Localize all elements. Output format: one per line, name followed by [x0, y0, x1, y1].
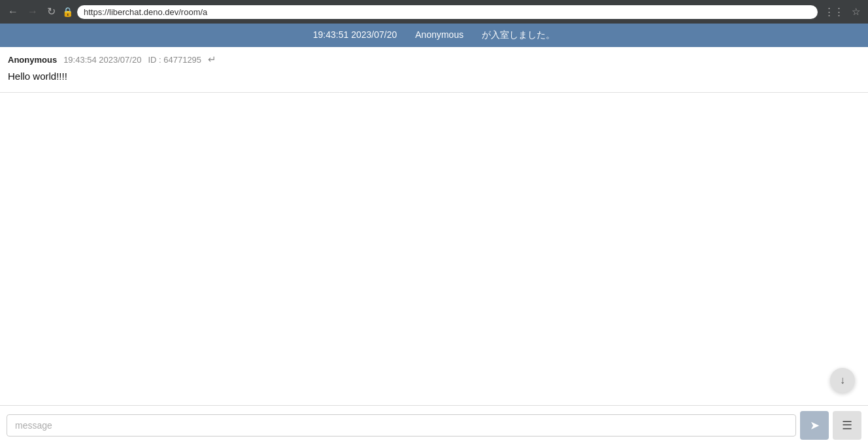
message-timestamp: 19:43:54 2023/07/20: [63, 55, 141, 65]
star-icon[interactable]: ☆: [849, 5, 863, 19]
chat-area: Anonymous 19:43:54 2023/07/20 ID : 64771…: [0, 47, 868, 405]
message-content: Hello world!!!!: [8, 69, 860, 84]
reload-button[interactable]: ↻: [44, 5, 58, 18]
security-icon: 🔒: [62, 7, 73, 17]
scroll-down-icon: ↓: [840, 374, 845, 386]
menu-icon: ☰: [842, 418, 852, 433]
notification-text: 19:43:51 2023/07/20 Anonymous が入室しました。: [313, 29, 555, 41]
grid-icon[interactable]: ⋮⋮: [822, 5, 846, 19]
message-author: Anonymous: [8, 55, 57, 65]
notification-bar: 19:43:51 2023/07/20 Anonymous が入室しました。: [0, 24, 868, 47]
browser-chrome: ← → ↻ 🔒 ⋮⋮ ☆: [0, 0, 868, 24]
address-bar[interactable]: [77, 5, 818, 19]
message-input[interactable]: [7, 414, 796, 437]
message-id: ID : 64771295: [148, 55, 201, 65]
input-bar: ➤ ☰: [0, 405, 868, 445]
send-icon: ➤: [810, 418, 820, 433]
send-button[interactable]: ➤: [800, 411, 829, 440]
browser-toolbar: ⋮⋮ ☆: [822, 5, 863, 19]
back-button[interactable]: ←: [5, 5, 21, 18]
reply-icon[interactable]: ↵: [208, 54, 216, 65]
message-block: Anonymous 19:43:54 2023/07/20 ID : 64771…: [0, 47, 868, 93]
scroll-bottom-button[interactable]: ↓: [830, 368, 855, 393]
menu-button[interactable]: ☰: [833, 411, 861, 440]
message-meta: Anonymous 19:43:54 2023/07/20 ID : 64771…: [8, 54, 860, 65]
forward-button[interactable]: →: [25, 5, 41, 18]
